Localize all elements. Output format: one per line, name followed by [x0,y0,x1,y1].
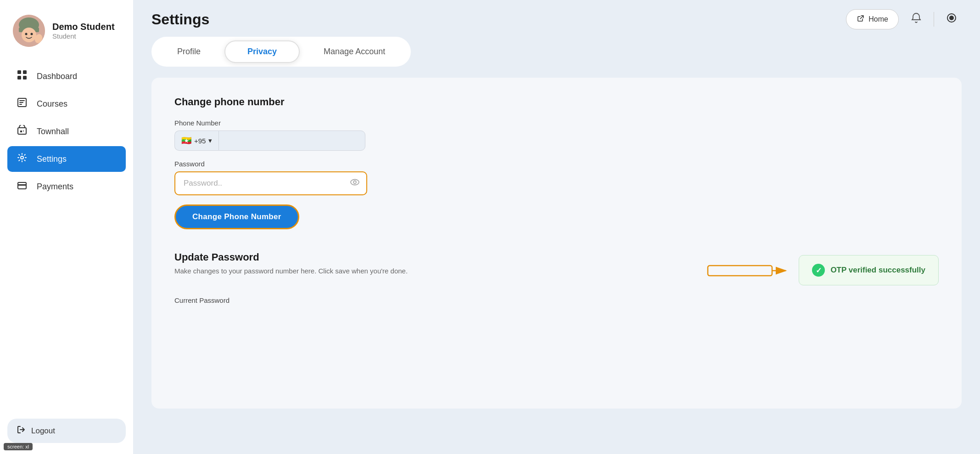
arrow-annotation-svg [707,259,790,282]
check-icon: ✓ [812,264,825,277]
eye-toggle-icon[interactable] [350,177,360,190]
svg-rect-10 [23,76,27,79]
svg-rect-12 [19,100,25,101]
sidebar-item-dashboard-label: Dashboard [37,72,77,81]
svg-point-24 [353,181,356,184]
svg-rect-16 [20,131,22,132]
otp-success-text: OTP verified successfully [830,266,925,275]
sidebar-item-payments-label: Payments [37,182,73,192]
sidebar-item-townhall[interactable]: Townhall [7,119,126,144]
bell-icon [910,12,922,27]
svg-rect-9 [17,76,21,79]
tab-manage-account[interactable]: Manage Account [302,40,407,63]
user-info: Demo Student Student [52,22,115,40]
user-role: Student [52,32,115,40]
logout-icon [17,425,26,437]
svg-point-23 [351,180,359,185]
sidebar-user: Demo Student Student [0,0,133,60]
sidebar-logout: Logout [7,419,126,443]
svg-point-21 [949,16,954,20]
theme-toggle-button[interactable] [941,9,962,29]
svg-point-18 [21,156,23,159]
header-divider [934,12,934,27]
tabs: Profile Privacy Manage Account [151,37,411,67]
logout-label: Logout [31,426,55,436]
theme-icon [946,12,957,26]
change-phone-title: Change phone number [174,96,939,108]
avatar [13,15,45,47]
page-title: Settings [151,11,209,28]
sidebar: Demo Student Student Dashboard Courses T… [0,0,133,454]
svg-point-4 [25,33,28,35]
notification-button[interactable] [906,9,926,29]
phone-number-input[interactable] [218,131,365,151]
update-password-left: Update Password Make changes to your pas… [174,251,408,275]
payments-icon [16,180,28,193]
sidebar-item-dashboard[interactable]: Dashboard [7,63,126,89]
password-input[interactable] [174,171,367,195]
country-dropdown-icon: ▾ [208,136,212,145]
current-password-label: Current Password [174,296,939,304]
svg-rect-13 [19,102,23,103]
update-password-title: Update Password [174,251,408,263]
svg-rect-14 [19,104,22,105]
home-external-icon [857,14,865,24]
change-phone-button[interactable]: Change Phone Number [174,204,299,229]
avatar-image [13,15,45,47]
main-content: Settings Home Profile [133,0,980,454]
svg-rect-20 [18,184,26,186]
sidebar-item-settings[interactable]: Settings [7,146,126,172]
sidebar-item-courses[interactable]: Courses [7,91,126,117]
otp-success-container: ✓ OTP verified successfully [707,255,939,285]
screen-badge: screen: xl [4,443,33,450]
townhall-icon [16,125,28,138]
content-inner: Change phone number Phone Number 🇲🇲 +95 … [151,78,962,409]
user-name: Demo Student [52,22,115,32]
logout-button[interactable]: Logout [7,419,126,443]
phone-row: 🇲🇲 +95 ▾ [174,131,939,151]
svg-rect-26 [708,266,772,276]
dashboard-icon [16,70,28,83]
content-area: Change phone number Phone Number 🇲🇲 +95 … [133,67,980,454]
password-label: Password [174,160,939,168]
header: Settings Home [133,0,980,37]
country-flag: 🇲🇲 [181,136,191,146]
sidebar-item-townhall-label: Townhall [37,127,69,136]
tab-profile[interactable]: Profile [155,40,223,63]
tab-privacy[interactable]: Privacy [224,40,300,63]
otp-success-badge: ✓ OTP verified successfully [799,255,939,285]
svg-rect-17 [23,131,24,131]
svg-rect-7 [17,70,21,74]
country-code-value: +95 [194,137,206,145]
country-code-select[interactable]: 🇲🇲 +95 ▾ [174,131,218,151]
tabs-container: Profile Privacy Manage Account [133,37,980,67]
update-password-section: Update Password Make changes to your pas… [174,251,939,304]
home-label: Home [868,15,888,23]
svg-point-3 [22,28,36,42]
settings-icon [16,153,28,165]
update-password-desc: Make changes to your password number her… [174,267,408,275]
courses-icon [16,97,28,110]
header-actions: Home [846,9,962,29]
update-password-header: Update Password Make changes to your pas… [174,251,939,285]
sidebar-item-payments[interactable]: Payments [7,174,126,199]
sidebar-nav: Dashboard Courses Townhall Settings [0,60,133,411]
svg-point-5 [31,33,33,35]
phone-label: Phone Number [174,119,939,127]
sidebar-item-settings-label: Settings [37,154,67,164]
password-wrapper [174,171,367,195]
change-phone-section: Change phone number Phone Number 🇲🇲 +95 … [174,96,939,229]
sidebar-item-courses-label: Courses [37,99,67,109]
home-button[interactable]: Home [846,9,899,29]
svg-rect-8 [23,70,27,74]
